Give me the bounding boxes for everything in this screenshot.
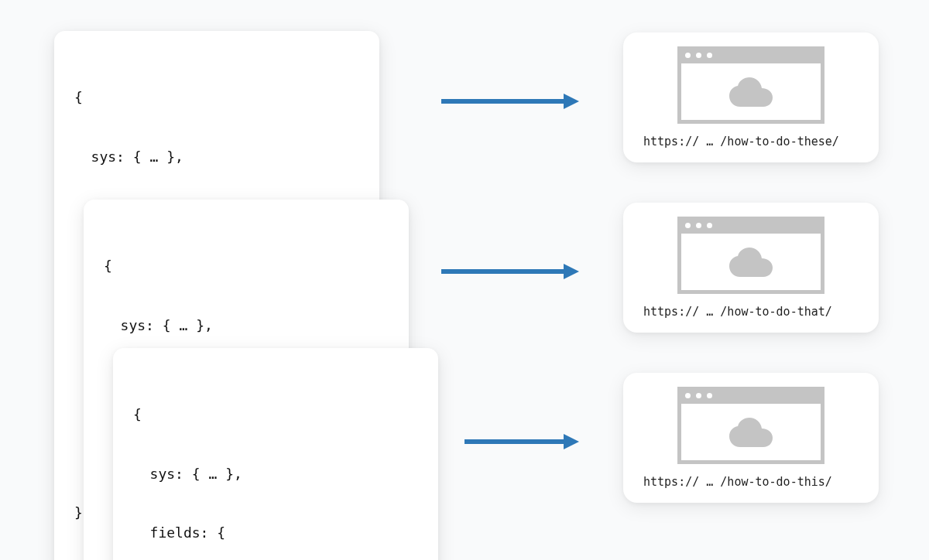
- cloud-icon: [729, 418, 773, 447]
- code-line: sys: { … },: [74, 147, 359, 167]
- svg-marker-1: [564, 94, 579, 109]
- window-dot-icon: [707, 53, 712, 58]
- page-url-text: https:// … /how-to-do-this/: [642, 475, 860, 489]
- window-dot-icon: [685, 393, 691, 398]
- window-dot-icon: [707, 223, 712, 228]
- code-line: {: [74, 87, 359, 108]
- svg-marker-5: [564, 434, 579, 449]
- page-url-text: https:// … /how-to-do-these/: [642, 135, 860, 149]
- code-line: sys: { … },: [133, 464, 418, 484]
- page-card-entry-3: https:// … /how-to-do-this/: [623, 373, 879, 503]
- window-dot-icon: [696, 393, 701, 398]
- browser-viewport: [677, 234, 824, 294]
- svg-marker-3: [564, 264, 579, 279]
- browser-window-icon: [677, 46, 824, 124]
- window-dot-icon: [696, 53, 701, 58]
- browser-titlebar: [677, 387, 824, 404]
- window-dot-icon: [707, 393, 712, 398]
- window-dot-icon: [685, 223, 691, 228]
- window-dot-icon: [685, 53, 691, 58]
- window-dot-icon: [696, 223, 701, 228]
- browser-viewport: [677, 63, 824, 124]
- arrow-icon: [441, 92, 581, 97]
- code-line: fields: {: [133, 523, 418, 543]
- browser-window-icon: [677, 217, 824, 294]
- browser-titlebar: [677, 217, 824, 234]
- page-card-entry-2: https:// … /how-to-do-that/: [623, 203, 879, 333]
- page-card-entry-1: https:// … /how-to-do-these/: [623, 32, 879, 162]
- code-line: sys: { … },: [104, 316, 389, 336]
- cloud-icon: [729, 248, 773, 277]
- code-line: {: [104, 256, 389, 276]
- diagram-stage: { sys: { … }, fields: { slug: '/how-to-d…: [0, 0, 929, 560]
- browser-viewport: [677, 404, 824, 464]
- browser-window-icon: [677, 387, 824, 464]
- browser-titlebar: [677, 46, 824, 63]
- arrow-icon: [441, 262, 581, 267]
- arrow-icon: [464, 432, 581, 437]
- page-url-text: https:// … /how-to-do-that/: [642, 305, 860, 319]
- cloud-icon: [729, 77, 773, 107]
- code-card-entry-3: { sys: { … }, fields: { slug: '/how-to-d…: [113, 348, 438, 560]
- code-line: {: [133, 405, 418, 425]
